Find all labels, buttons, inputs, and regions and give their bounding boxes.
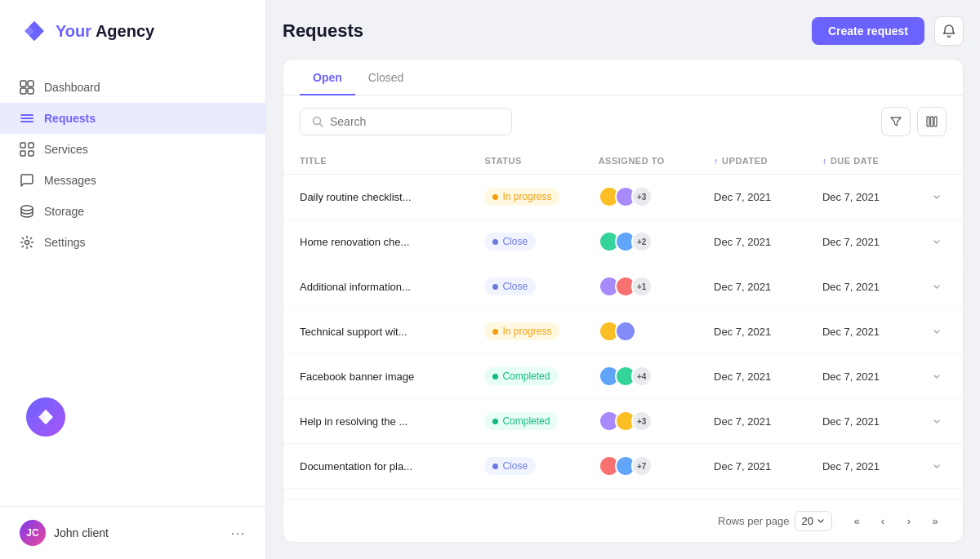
search-icon bbox=[312, 116, 323, 127]
request-updated: Dec 7, 2021 bbox=[697, 220, 806, 264]
notification-bell-button[interactable] bbox=[934, 16, 964, 46]
rows-per-page: Rows per page 20 bbox=[718, 511, 832, 531]
svg-rect-7 bbox=[20, 143, 25, 148]
request-assigned: +3 bbox=[582, 399, 697, 444]
messages-icon bbox=[20, 173, 34, 188]
request-status: Completed bbox=[468, 354, 581, 399]
request-title: Search checklist the r... bbox=[283, 489, 468, 499]
sidebar-item-messages[interactable]: Messages bbox=[0, 165, 265, 196]
sidebar: Your Agency Dashboard bbox=[0, 0, 266, 559]
sidebar-item-requests[interactable]: Requests bbox=[0, 103, 265, 134]
table-row[interactable]: Documentation for pla... Close +7 Dec 7,… bbox=[283, 444, 963, 489]
request-updated: Dec 7, 2021 bbox=[697, 354, 806, 399]
sidebar-item-storage[interactable]: Storage bbox=[0, 196, 265, 227]
request-expand[interactable] bbox=[911, 175, 963, 220]
request-title: Facebook banner image bbox=[283, 354, 468, 399]
columns-button[interactable] bbox=[917, 107, 947, 136]
toolbar bbox=[283, 95, 963, 148]
avatar-count: +3 bbox=[631, 186, 653, 207]
request-due-date: Dec 7, 2021 bbox=[806, 175, 911, 220]
request-due-date: Dec 7, 2021 bbox=[806, 444, 911, 489]
prev-page-button[interactable]: ‹ bbox=[871, 509, 894, 532]
avatar-count: +1 bbox=[631, 276, 653, 297]
sidebar-item-settings[interactable]: Settings bbox=[0, 227, 265, 258]
filter-button[interactable] bbox=[881, 107, 911, 136]
search-input[interactable] bbox=[330, 115, 500, 128]
avatar bbox=[615, 321, 636, 342]
request-expand[interactable] bbox=[911, 489, 963, 499]
first-page-button[interactable]: « bbox=[845, 509, 868, 532]
rows-per-page-select[interactable]: 20 bbox=[795, 511, 832, 531]
svg-rect-17 bbox=[934, 117, 937, 126]
requests-icon bbox=[20, 111, 34, 126]
request-title: Help in resolving the ... bbox=[283, 399, 468, 444]
request-due-date: Dec 7, 2021 bbox=[806, 220, 911, 264]
request-assigned: +3 bbox=[582, 175, 697, 220]
due-date-sort-icon: ↑ bbox=[822, 156, 827, 166]
col-assigned: ASSIGNED TO bbox=[582, 148, 697, 175]
request-assigned: +10 bbox=[582, 489, 697, 499]
table-row[interactable]: Facebook banner image Completed +4 Dec 7… bbox=[283, 354, 963, 399]
request-updated: Dec 7, 2021 bbox=[697, 264, 806, 309]
avatar-count: +7 bbox=[631, 455, 653, 477]
table-row[interactable]: Home renovation che... Close +2 Dec 7, 2… bbox=[283, 220, 963, 264]
request-assigned: +1 bbox=[582, 264, 697, 309]
avatar-count: +4 bbox=[631, 366, 653, 387]
toolbar-right bbox=[881, 107, 947, 136]
next-page-button[interactable]: › bbox=[898, 509, 920, 532]
logo-text: Your Agency bbox=[56, 22, 154, 41]
pagination: Rows per page 20 « ‹ › » bbox=[283, 499, 963, 542]
table-row[interactable]: Search checklist the r... In progress +1… bbox=[283, 489, 963, 499]
col-updated[interactable]: ↑UPDATED bbox=[697, 148, 806, 175]
col-status: STATUS bbox=[468, 148, 581, 175]
request-expand[interactable] bbox=[911, 444, 963, 489]
sidebar-item-storage-label: Storage bbox=[44, 205, 84, 218]
logo-icon bbox=[20, 16, 49, 46]
sidebar-item-dashboard-label: Dashboard bbox=[44, 81, 100, 94]
request-updated: Dec 7, 2021 bbox=[697, 309, 806, 354]
request-assigned: +7 bbox=[582, 444, 697, 489]
request-title: Home renovation che... bbox=[283, 220, 468, 264]
request-expand[interactable] bbox=[911, 264, 963, 309]
request-status: In progress bbox=[468, 175, 581, 220]
more-options-button[interactable]: ⋯ bbox=[230, 524, 246, 542]
last-page-button[interactable]: » bbox=[924, 509, 947, 532]
svg-rect-8 bbox=[29, 143, 33, 148]
svg-rect-1 bbox=[28, 81, 33, 87]
storage-icon bbox=[20, 204, 34, 219]
col-due-date[interactable]: ↑DUE DATE bbox=[806, 148, 911, 175]
table-row[interactable]: Daily routine checklist... In progress +… bbox=[283, 175, 963, 220]
sidebar-item-dashboard[interactable]: Dashboard bbox=[0, 72, 265, 103]
request-expand[interactable] bbox=[911, 220, 963, 264]
request-due-date: Dec 7, 2021 bbox=[806, 264, 911, 309]
request-expand[interactable] bbox=[911, 399, 963, 444]
sidebar-item-services[interactable]: Services bbox=[0, 134, 265, 165]
table-row[interactable]: Help in resolving the ... Completed +3 D… bbox=[283, 399, 963, 444]
svg-rect-16 bbox=[931, 117, 933, 126]
request-title: Daily routine checklist... bbox=[283, 175, 468, 220]
request-updated: Dec 7, 2021 bbox=[697, 175, 806, 220]
request-updated: Dec 7, 2021 bbox=[697, 444, 806, 489]
tab-closed[interactable]: Closed bbox=[355, 60, 417, 95]
sidebar-item-requests-label: Requests bbox=[44, 112, 96, 125]
table-row[interactable]: Technical support wit... In progress Dec… bbox=[283, 309, 963, 354]
sidebar-item-messages-label: Messages bbox=[44, 174, 96, 187]
search-box[interactable] bbox=[300, 108, 512, 135]
request-assigned bbox=[582, 309, 697, 354]
rows-per-page-value: 20 bbox=[802, 515, 813, 527]
request-due-date: Dec 7, 2021 bbox=[806, 489, 911, 499]
tab-open[interactable]: Open bbox=[300, 60, 355, 95]
page-title: Requests bbox=[283, 20, 363, 42]
request-due-date: Dec 7, 2021 bbox=[806, 354, 911, 399]
settings-icon bbox=[20, 235, 34, 250]
dashboard-icon bbox=[20, 80, 34, 95]
svg-point-11 bbox=[21, 206, 33, 211]
request-expand[interactable] bbox=[911, 354, 963, 399]
request-expand[interactable] bbox=[911, 309, 963, 354]
create-request-button[interactable]: Create request bbox=[812, 17, 924, 45]
request-status: Close bbox=[468, 220, 581, 264]
sidebar-nav: Dashboard Requests bbox=[0, 62, 265, 506]
svg-rect-15 bbox=[927, 117, 929, 126]
request-status: Close bbox=[468, 444, 581, 489]
table-row[interactable]: Additional information... Close +1 Dec 7… bbox=[283, 264, 963, 309]
